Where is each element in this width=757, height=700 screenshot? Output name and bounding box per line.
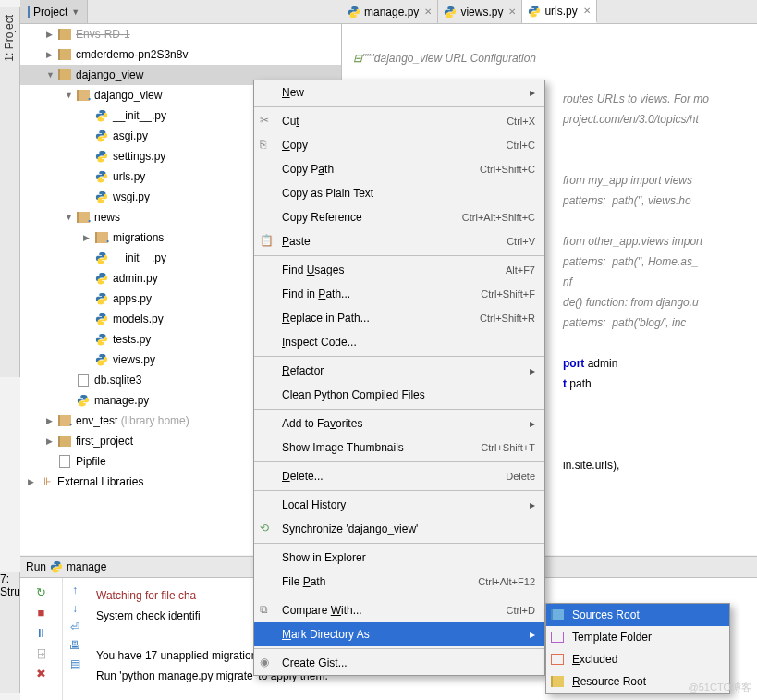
context-menu-item[interactable]: ⧉ Compare With... Ctrl+D xyxy=(254,598,544,622)
diff-icon: ⧉ xyxy=(260,603,275,618)
left-dock-project[interactable]: 1: Project xyxy=(0,7,20,377)
context-menu-item[interactable]: Add to Favorites ▸ xyxy=(254,411,544,436)
context-menu-item[interactable]: Delete... Delete xyxy=(254,464,544,488)
menu-separator xyxy=(254,356,544,357)
context-menu-item[interactable]: ◉ Create Gist... xyxy=(254,651,544,675)
tree-item-icon xyxy=(76,393,91,408)
tree-arrow-icon[interactable]: ▼ xyxy=(65,91,76,100)
tree-item-icon xyxy=(57,454,72,469)
context-menu-item[interactable]: Copy Reference Ctrl+Alt+Shift+C xyxy=(254,205,544,229)
tree-item-icon xyxy=(94,352,109,367)
tree-item-icon xyxy=(94,332,109,347)
context-menu-item[interactable]: Copy as Plain Text xyxy=(254,181,544,205)
tree-item-icon xyxy=(94,169,109,184)
editor-tab[interactable]: views.py✕ xyxy=(438,0,522,23)
menu-separator xyxy=(254,596,544,596)
tree-item-icon: ⊪ xyxy=(39,474,54,489)
context-menu-item[interactable]: 📋 Paste Ctrl+V xyxy=(254,229,544,253)
folder-icon xyxy=(28,6,30,18)
context-menu[interactable]: New ▸ ✂ Cut Ctrl+X ⎘ Copy Ctrl+C Copy Pa… xyxy=(253,80,545,676)
tree-arrow-icon[interactable]: ▶ xyxy=(28,477,39,486)
close-icon[interactable]: ✖ xyxy=(33,665,50,682)
submenu-arrow-icon: ▸ xyxy=(530,417,535,430)
tree-item-icon xyxy=(57,27,72,42)
chevron-down-icon: ▼ xyxy=(71,7,79,17)
menu-separator xyxy=(254,543,544,544)
cut-icon: ✂ xyxy=(260,114,275,129)
context-menu-item[interactable]: ⟲ Synchronize 'dajango_view' xyxy=(254,517,544,541)
context-menu-item[interactable]: Mark Directory As ▸ xyxy=(254,622,544,646)
context-menu-item[interactable]: Show Image Thumbnails Ctrl+Shift+T xyxy=(254,436,544,460)
left-dock-structure[interactable]: 7: Structure xyxy=(0,572,20,693)
menu-separator xyxy=(254,648,544,649)
context-menu-item[interactable]: Copy Path Ctrl+Shift+C xyxy=(254,157,544,181)
submenu-arrow-icon: ▸ xyxy=(530,628,535,641)
tree-item-icon xyxy=(76,210,91,225)
print-icon[interactable]: 🖶 xyxy=(69,639,80,652)
context-menu-item[interactable]: Show in Explorer xyxy=(254,546,544,570)
structure-tab-label: 7: Structure xyxy=(0,572,19,598)
paste-icon: 📋 xyxy=(260,234,275,249)
tree-arrow-icon[interactable]: ▶ xyxy=(83,233,94,242)
submenu-item[interactable]: Excluded xyxy=(546,648,729,670)
tree-item-icon xyxy=(57,434,72,448)
stop-icon[interactable]: ■ xyxy=(33,604,50,620)
tree-arrow-icon[interactable]: ▼ xyxy=(46,70,57,80)
editor-tabs: manage.py✕views.py✕urls.py✕ xyxy=(342,0,757,24)
tree-arrow-icon[interactable]: ▶ xyxy=(46,50,57,59)
layout-icon[interactable]: ▤ xyxy=(70,657,80,670)
tree-item-icon xyxy=(94,108,109,123)
close-tab-icon[interactable]: ✕ xyxy=(508,6,516,17)
editor-tab[interactable]: manage.py✕ xyxy=(342,0,438,23)
rerun-icon[interactable]: ↻ xyxy=(33,583,50,600)
context-menu-item[interactable]: Clean Python Compiled Files xyxy=(254,383,544,407)
context-menu-item[interactable]: Refactor ▸ xyxy=(254,359,544,383)
tree-arrow-icon[interactable]: ▶ xyxy=(46,416,57,425)
run-toolbar-left: ↻ ■ ⏸ ⍈ ✖ xyxy=(20,578,63,700)
exit-icon[interactable]: ⍈ xyxy=(33,645,50,661)
context-menu-item[interactable]: Replace in Path... Ctrl+Shift+R xyxy=(254,306,544,330)
tree-item-icon xyxy=(94,129,109,143)
gist-icon: ◉ xyxy=(260,656,275,670)
context-menu-item[interactable]: Find in Path... Ctrl+Shift+F xyxy=(254,282,544,306)
up-icon[interactable]: ↑ xyxy=(72,583,78,596)
tree-arrow-icon[interactable]: ▼ xyxy=(65,213,76,222)
project-tab-label: 1: Project xyxy=(0,7,18,69)
tree-item-icon xyxy=(57,413,72,428)
context-menu-item[interactable]: File Path Ctrl+Alt+F12 xyxy=(254,570,544,594)
context-menu-item[interactable]: ✂ Cut Ctrl+X xyxy=(254,109,544,133)
tree-item-icon xyxy=(94,291,109,306)
copy-icon: ⎘ xyxy=(260,138,275,153)
sync-icon: ⟲ xyxy=(260,522,275,536)
watermark: @51CTO博客 xyxy=(689,681,751,694)
tree-arrow-icon[interactable]: ▶ xyxy=(46,436,57,446)
menu-separator xyxy=(254,409,544,410)
tree-arrow-icon[interactable]: ▶ xyxy=(46,30,57,39)
close-tab-icon[interactable]: ✕ xyxy=(424,6,432,17)
tree-row[interactable]: ▶ Envs-RD-1 xyxy=(20,24,341,44)
menu-separator xyxy=(254,106,544,107)
context-menu-item[interactable]: Find Usages Alt+F7 xyxy=(254,258,544,282)
tree-item-icon xyxy=(94,271,109,286)
wrap-icon[interactable]: ⏎ xyxy=(70,620,79,633)
tree-row[interactable]: ▶ cmderdemo-pn2S3n8v xyxy=(20,44,341,65)
context-menu-item[interactable]: Inspect Code... xyxy=(254,330,544,354)
context-menu-item[interactable]: Local History ▸ xyxy=(254,493,544,517)
context-menu-item[interactable]: ⎘ Copy Ctrl+C xyxy=(254,133,544,157)
down-icon[interactable]: ↓ xyxy=(72,602,78,615)
editor-tab[interactable]: urls.py✕ xyxy=(522,0,596,23)
tree-item-icon xyxy=(94,190,109,204)
folder-type-icon xyxy=(551,676,564,687)
folder-type-icon xyxy=(551,654,564,665)
submenu-item[interactable]: Template Folder xyxy=(546,626,729,648)
pause-icon[interactable]: ⏸ xyxy=(33,624,50,641)
tree-item-icon xyxy=(76,373,91,387)
project-dropdown[interactable]: Project ▼ xyxy=(20,0,88,23)
tree-item-icon xyxy=(76,88,91,103)
run-toolbar-right: ↑ ↓ ⏎ 🖶 ▤ xyxy=(63,578,87,700)
python-icon xyxy=(50,560,63,573)
folder-type-icon xyxy=(551,609,564,620)
context-menu-item[interactable]: New ▸ xyxy=(254,80,544,104)
close-tab-icon[interactable]: ✕ xyxy=(583,6,591,16)
submenu-item[interactable]: Sources Root xyxy=(546,604,729,626)
